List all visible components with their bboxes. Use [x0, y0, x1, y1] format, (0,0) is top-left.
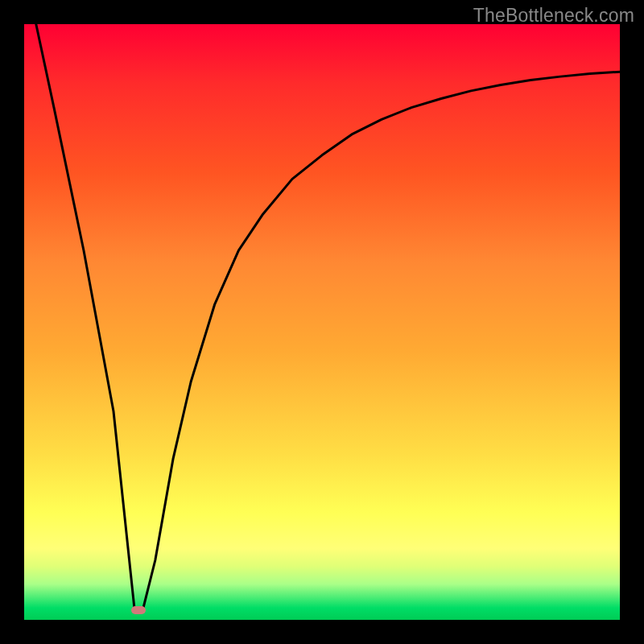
plot-area	[24, 24, 620, 620]
watermark-text: TheBottleneck.com	[473, 5, 634, 27]
chart-frame: TheBottleneck.com	[0, 0, 644, 644]
curve-layer	[24, 24, 620, 620]
bottleneck-curve-path	[36, 24, 620, 608]
optimal-point-marker	[131, 606, 146, 614]
